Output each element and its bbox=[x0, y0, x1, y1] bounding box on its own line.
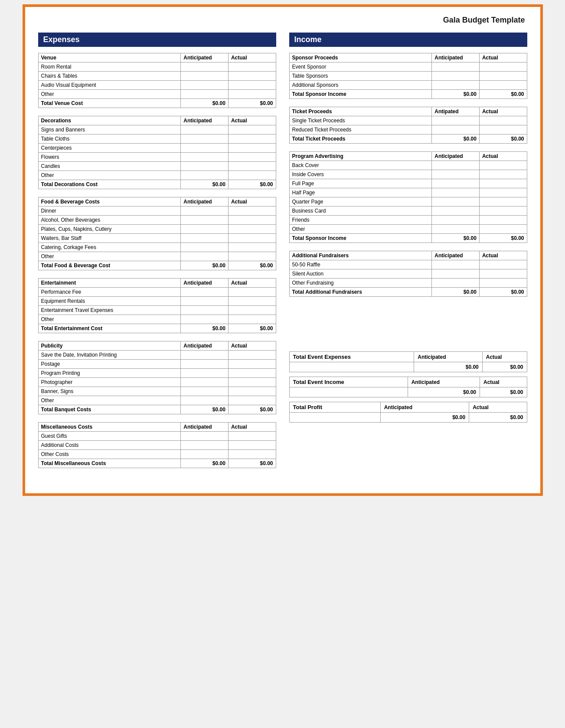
row-ant bbox=[432, 62, 480, 72]
row-ant bbox=[181, 72, 229, 81]
table-row: Inside Covers bbox=[289, 170, 527, 179]
row-act bbox=[479, 279, 527, 288]
food-table: Food & Beverage Costs Anticipated Actual… bbox=[38, 197, 276, 270]
prog-total-label: Total Sponsor Income bbox=[289, 234, 432, 243]
profit-summary-table: Total Profit Anticipated Actual $0.00 $0… bbox=[289, 402, 527, 423]
row-act bbox=[479, 125, 527, 134]
row-ant bbox=[181, 360, 229, 369]
income-summary-ant: $0.00 bbox=[408, 387, 480, 397]
ent-table: Entertainment Anticipated Actual Perform… bbox=[38, 278, 276, 333]
row-ant bbox=[432, 225, 480, 234]
table-row: Dinner bbox=[38, 207, 276, 216]
row-label: Other bbox=[38, 171, 181, 180]
table-row: Other bbox=[38, 315, 276, 324]
food-total-ant: $0.00 bbox=[181, 261, 229, 270]
table-row: Additional Costs bbox=[38, 441, 276, 450]
table-row: Single Ticket Proceeds bbox=[289, 116, 527, 125]
income-summary-act-header: Actual bbox=[480, 377, 527, 387]
ent-section-header: Entertainment bbox=[38, 279, 181, 288]
row-act bbox=[228, 90, 276, 99]
row-label: Other bbox=[38, 315, 181, 324]
income-header: Income bbox=[289, 33, 527, 47]
row-ant bbox=[432, 116, 480, 125]
row-ant bbox=[432, 269, 480, 279]
table-row: Save the Date, Invitation Printing bbox=[38, 351, 276, 360]
decorations-table: Decorations Anticipated Actual Signs and… bbox=[38, 116, 276, 189]
table-row: Full Page bbox=[289, 179, 527, 188]
table-row: Guest Gifts bbox=[38, 432, 276, 441]
table-row: Centerpieces bbox=[38, 144, 276, 153]
sponsor-total-act: $0.00 bbox=[479, 90, 527, 99]
row-ant bbox=[181, 297, 229, 306]
table-row: Other bbox=[38, 171, 276, 180]
table-row: 50-50 Raffle bbox=[289, 260, 527, 269]
row-label: Half Page bbox=[289, 188, 432, 197]
table-row: Candles bbox=[38, 162, 276, 171]
misc-total-ant: $0.00 bbox=[181, 459, 229, 468]
table-row: Other Costs bbox=[38, 450, 276, 459]
row-label: Other bbox=[38, 90, 181, 99]
row-label: Audio Visual Equipment bbox=[38, 81, 181, 90]
table-row: Chairs & Tables bbox=[38, 72, 276, 81]
row-ant bbox=[181, 306, 229, 315]
row-label: Chairs & Tables bbox=[38, 72, 181, 81]
row-act bbox=[479, 116, 527, 125]
row-ant bbox=[432, 197, 480, 207]
row-act bbox=[479, 216, 527, 225]
row-label: Additional Sponsors bbox=[289, 81, 432, 90]
row-act bbox=[228, 387, 276, 396]
row-ant bbox=[181, 90, 229, 99]
misc-total-label: Total Miscellaneous Costs bbox=[38, 459, 181, 468]
table-row: Additional Sponsors bbox=[289, 81, 527, 90]
ent-total-ant: $0.00 bbox=[181, 324, 229, 333]
table-row: Back Cover bbox=[289, 161, 527, 170]
row-ant bbox=[181, 134, 229, 144]
row-label: Save the Date, Invitation Printing bbox=[38, 351, 181, 360]
fund-ant-header: Anticipated bbox=[432, 251, 480, 260]
venue-table: Venue Anticipated Actual Room RentalChai… bbox=[38, 53, 276, 108]
row-ant bbox=[181, 378, 229, 387]
row-label: Plates, Cups, Napkins, Cutlery bbox=[38, 225, 181, 234]
income-column: Income Sponsor Proceeds Anticipated Actu… bbox=[289, 33, 527, 476]
venue-section-header: Venue bbox=[38, 53, 181, 62]
row-label: 50-50 Raffle bbox=[289, 260, 432, 269]
income-summary-label: Total Event Income bbox=[289, 377, 408, 387]
table-row: Banner, Signs bbox=[38, 387, 276, 396]
table-row: Other bbox=[38, 396, 276, 405]
income-summary-act: $0.00 bbox=[480, 387, 527, 397]
row-act bbox=[228, 369, 276, 378]
ticket-ant-header: Antipated bbox=[432, 107, 480, 116]
prog-ant-header: Anticipated bbox=[432, 152, 480, 161]
row-ant bbox=[432, 81, 480, 90]
row-label: Full Page bbox=[289, 179, 432, 188]
row-act bbox=[228, 162, 276, 171]
row-act bbox=[228, 81, 276, 90]
row-ant bbox=[432, 216, 480, 225]
row-act bbox=[228, 125, 276, 134]
prog-act-header: Actual bbox=[479, 152, 527, 161]
ent-total-act: $0.00 bbox=[228, 324, 276, 333]
ent-act-header: Actual bbox=[228, 279, 276, 288]
row-ant bbox=[432, 125, 480, 134]
table-row: Other Fundraising bbox=[289, 279, 527, 288]
row-label: Centerpieces bbox=[38, 144, 181, 153]
row-act bbox=[479, 207, 527, 216]
venue-ant-header: Anticipated bbox=[181, 53, 229, 62]
food-section-header: Food & Beverage Costs bbox=[38, 197, 181, 207]
dec-total-act: $0.00 bbox=[228, 180, 276, 189]
table-row: Photographer bbox=[38, 378, 276, 387]
expenses-summary-act-header: Actual bbox=[482, 352, 527, 362]
table-row: Room Rental bbox=[38, 62, 276, 72]
venue-total-act: $0.00 bbox=[228, 99, 276, 108]
row-act bbox=[228, 134, 276, 144]
row-label: Catering, Corkage Fees bbox=[38, 243, 181, 252]
row-act bbox=[228, 243, 276, 252]
venue-total-ant: $0.00 bbox=[181, 99, 229, 108]
row-label: Waiters, Bar Staff bbox=[38, 234, 181, 243]
row-label: Signs and Banners bbox=[38, 125, 181, 134]
row-act bbox=[228, 62, 276, 72]
row-label: Room Rental bbox=[38, 62, 181, 72]
ent-ant-header: Anticipated bbox=[181, 279, 229, 288]
row-label: Reduced Ticket Proceeds bbox=[289, 125, 432, 134]
sponsor-total-ant: $0.00 bbox=[432, 90, 480, 99]
